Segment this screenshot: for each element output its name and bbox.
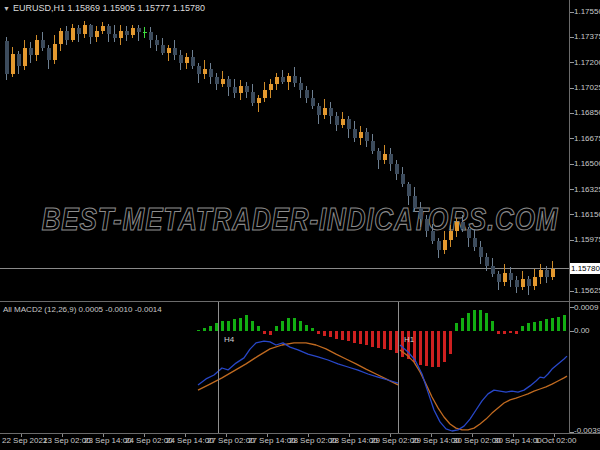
symbol-dropdown-icon[interactable]: ▼ bbox=[3, 5, 10, 12]
price-tick-label: 1.15975 bbox=[574, 235, 600, 245]
indicator-tick-label: 0.00 bbox=[574, 326, 590, 336]
price-tick-label: 1.17200 bbox=[574, 58, 600, 68]
current-price-badge: 1.15780 bbox=[570, 263, 600, 274]
indicator-tick-label: 0.0009 bbox=[574, 303, 598, 313]
price-tick-label: 1.15625 bbox=[574, 286, 600, 296]
price-tick-label: 1.16500 bbox=[574, 159, 600, 169]
mt4-chart-window: BEST-METATRADER-INDICATORS.COM ▼EURUSD,H… bbox=[0, 0, 600, 450]
indicator-title: All MACD2 (12,26,9) 0.0005 -0.0010 -0.00… bbox=[3, 305, 162, 314]
indicator-tick-label: -0.0039 bbox=[574, 426, 600, 436]
price-tick-label: 1.16325 bbox=[574, 185, 600, 195]
macd-series bbox=[197, 302, 567, 433]
price-tick-label: 1.16675 bbox=[574, 134, 600, 144]
quote-header: ▼EURUSD,H1 1.15869 1.15905 1.15777 1.157… bbox=[3, 3, 205, 13]
price-tick-label: 1.17550 bbox=[574, 7, 600, 17]
chart-canvas bbox=[0, 0, 600, 450]
candlestick-series bbox=[5, 21, 555, 295]
timeframe-label-h4: H4 bbox=[224, 335, 234, 344]
price-tick-label: 1.16150 bbox=[574, 210, 600, 220]
separators bbox=[0, 0, 600, 434]
quote-ohlc-text: EURUSD,H1 1.15869 1.15905 1.15777 1.1578… bbox=[13, 3, 205, 13]
axis-ticks bbox=[22, 12, 574, 437]
timeframe-label-h1: H1 bbox=[404, 335, 414, 344]
price-tick-label: 1.17375 bbox=[574, 32, 600, 42]
price-tick-label: 1.17025 bbox=[574, 83, 600, 93]
time-tick-label: 22 Sep 2021 bbox=[2, 436, 47, 446]
time-tick-label: 1 Oct 02:00 bbox=[535, 436, 576, 446]
price-tick-label: 1.16850 bbox=[574, 108, 600, 118]
